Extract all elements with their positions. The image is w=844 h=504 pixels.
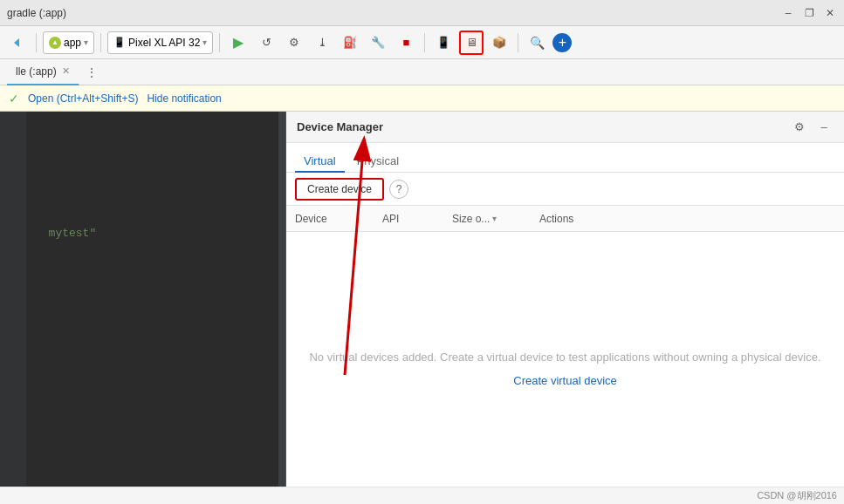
device-icon: 📱 [113,37,126,48]
back-button[interactable] [5,31,30,55]
checkmark-icon: ✓ [9,92,19,106]
notification-bar: ✓ Open (Ctrl+Alt+Shift+S) Hide notificat… [0,85,844,112]
close-button[interactable]: ✕ [823,6,837,20]
maximize-button[interactable]: ❐ [802,6,816,20]
column-api: API [382,213,452,225]
toolbar-separator-4 [424,33,425,52]
search-button[interactable]: 🔍 [525,31,549,55]
virtual-physical-tabs: Virtual Physical [286,143,844,173]
toolbar-separator-3 [219,33,220,52]
android-icon: ▲ [49,37,61,49]
device-manager-button[interactable]: 🖥 [459,31,484,55]
open-link[interactable]: Open (Ctrl+Alt+Shift+S) [28,92,138,105]
device-dropdown-arrow: ▾ [202,37,207,47]
status-text: CSDN @胡刚2016 [757,490,837,501]
title-bar: gradle (:app) – ❐ ✕ [0,0,844,26]
code-line-string: mytest" [35,225,271,242]
help-button[interactable]: ? [389,180,408,199]
app-selector[interactable]: ▲ app ▾ [43,31,94,54]
device-list-toolbar: Create device ? [286,173,844,206]
device-selector[interactable]: 📱 Pixel XL API 32 ▾ [107,31,213,54]
physical-tab[interactable]: Physical [348,151,408,173]
tab-close-button[interactable]: ✕ [62,65,70,77]
empty-state-message: No virtual devices added. Create a virtu… [309,349,820,366]
virtual-tab[interactable]: Virtual [295,151,345,173]
device-label: Pixel XL API 32 [128,37,200,49]
stop-button[interactable]: ■ [394,31,418,55]
gradle-tab[interactable]: lle (:app) ✕ [7,59,79,85]
main-layout: mytest" Device Manager ⚙ – Virtual Physi… [0,112,844,504]
tab-menu-button[interactable]: ⋮ [83,64,100,81]
window-title: gradle (:app) [7,7,66,19]
hide-notification-link[interactable]: Hide notification [147,92,221,105]
column-device: Device [295,213,382,225]
left-scroll-track[interactable] [278,112,285,504]
settings-button[interactable]: ⚙ [790,118,809,137]
main-toolbar: ▲ app ▾ 📱 Pixel XL API 32 ▾ ▶ ↺ ⚙ ⤓ ⛽ 🔧 … [0,26,844,59]
code-gutter [0,112,26,504]
toolbar-separator-1 [36,33,37,52]
device-manager-header: Device Manager ⚙ – [286,112,844,143]
run-button[interactable]: ▶ [226,31,250,55]
column-actions: Actions [539,213,835,225]
code-content: mytest" [0,112,285,251]
profile-button[interactable]: ⛽ [338,31,362,55]
code-editor-panel: mytest" [0,112,286,504]
device-manager-controls: ⚙ – [790,118,834,137]
empty-state: No virtual devices added. Create a virtu… [286,232,844,504]
column-size-arrow: ▾ [492,214,497,223]
create-virtual-device-link[interactable]: Create virtual device [513,374,617,387]
add-button[interactable]: + [552,33,572,52]
collapse-button[interactable]: – [814,118,834,137]
toolbar-separator-2 [100,33,101,52]
minimize-button[interactable]: – [781,6,795,20]
avd-manager-button[interactable]: 📱 [431,31,456,55]
tab-label: lle (:app) [16,65,57,78]
build-button[interactable]: ⚙ [282,31,306,55]
column-size[interactable]: Size o... ▾ [452,213,539,225]
window-controls: – ❐ ✕ [781,6,837,20]
sync-button[interactable]: ⤓ [310,31,334,55]
column-size-label: Size o... [452,213,490,225]
debug-button[interactable]: 🔧 [366,31,390,55]
create-device-button[interactable]: Create device [295,178,384,201]
app-dropdown-arrow: ▾ [84,37,88,47]
device-manager-title: Device Manager [297,120,383,133]
table-header: Device API Size o... ▾ Actions [286,206,844,232]
toolbar-separator-5 [518,33,518,52]
status-bar: CSDN @胡刚2016 [0,487,844,504]
sdk-manager-button[interactable]: 📦 [487,31,511,55]
app-label: app [64,37,81,49]
rerun-button[interactable]: ↺ [254,31,278,55]
tab-bar: lle (:app) ✕ ⋮ [0,59,844,85]
device-manager-panel: Device Manager ⚙ – Virtual Physical Crea… [286,112,844,504]
